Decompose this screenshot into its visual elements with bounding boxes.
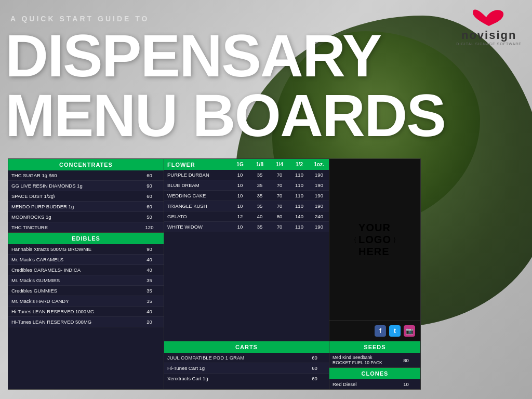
flower-header: FLOWER 1G 1/8 1/4 1/2 1oz. bbox=[164, 159, 329, 170]
table-row: Credibles GUMMIES 35 bbox=[8, 286, 164, 296]
social-bar: f t 📷 bbox=[329, 321, 420, 341]
table-row: BLUE DREAM 10 35 70 110 190 bbox=[164, 180, 329, 191]
header-area: A Quick Start Guide To DISPENSARY MENU B… bbox=[0, 0, 532, 156]
instagram-icon[interactable]: 📷 bbox=[404, 325, 415, 337]
right-top: FLOWER 1G 1/8 1/4 1/2 1oz. PURPLE DURBAN… bbox=[164, 159, 420, 341]
logo-line1: YOUR bbox=[358, 222, 391, 234]
table-row: PURPLE DURBAN 10 35 70 110 190 bbox=[164, 170, 329, 180]
table-row: MENDO PURP BUDDER 1g 60 bbox=[8, 202, 164, 212]
table-row: THC TINCTURE 120 bbox=[8, 222, 164, 232]
edibles-section: Edibles Hannabis Xtracts 500MG BROWNIE 9… bbox=[8, 233, 164, 327]
logo-line3: HERE bbox=[358, 246, 391, 258]
table-row: GG LIVE RESIN DIAMONDS 1g 90 bbox=[8, 181, 164, 191]
table-row: Hi-Tunes LEAN RESERVED 500MG 20 bbox=[8, 317, 164, 327]
logo-line2: LOGO bbox=[358, 234, 391, 246]
title-line1: DISPENSARY bbox=[5, 26, 445, 86]
clones-section: CLONES Red Diesel 10 bbox=[329, 368, 420, 389]
facebook-icon[interactable]: f bbox=[375, 325, 386, 337]
table-row: THC SUGAR 1g $60 60 bbox=[8, 170, 164, 181]
logo-name: novisign bbox=[461, 29, 516, 42]
right-bottom: CARTS JUUL COMPATIBLE POD 1 GRAM 60 Hi-T… bbox=[164, 341, 420, 389]
logo-area: novisign DIGITAL SIGNAGE SOFTWARE bbox=[456, 8, 522, 46]
table-row: Hi-Tunes Cart 1g 60 bbox=[164, 363, 329, 374]
table-row: GELATO 12 40 80 140 240 bbox=[164, 211, 329, 222]
table-row: Mr. Mack's CARAMELS 40 bbox=[8, 255, 164, 265]
logo-tagline: DIGITAL SIGNAGE SOFTWARE bbox=[456, 42, 522, 46]
right-logo-area: { YOUR LOGO HERE } f t 📷 bbox=[329, 159, 420, 341]
right-panel: FLOWER 1G 1/8 1/4 1/2 1oz. PURPLE DURBAN… bbox=[164, 159, 420, 389]
table-row: Hannabis Xtracts 500MG BROWNIE 90 bbox=[8, 244, 164, 255]
table-row: JUUL COMPATIBLE POD 1 GRAM 60 bbox=[164, 353, 329, 363]
left-brace-icon: { bbox=[354, 237, 356, 243]
table-row: Hi-Tunes LEAN RESERVED 1000MG 40 bbox=[8, 307, 164, 317]
title-line2: MENU BOARDS bbox=[5, 86, 445, 145]
table-row: Mr. Mack's GUMMIES 35 bbox=[8, 275, 164, 286]
carts-section: CARTS JUUL COMPATIBLE POD 1 GRAM 60 Hi-T… bbox=[164, 341, 329, 389]
flower-section: FLOWER 1G 1/8 1/4 1/2 1oz. PURPLE DURBAN… bbox=[164, 159, 329, 341]
logo-inner: { YOUR LOGO HERE } bbox=[354, 222, 396, 258]
table-row: Med Kind Seedbank ROCKET FUEL 10 PACK 80 bbox=[329, 353, 420, 367]
main-title: DISPENSARY MENU BOARDS bbox=[5, 26, 445, 145]
table-row: TRIANGLE KUSH 10 35 70 110 190 bbox=[164, 201, 329, 211]
bottom-split: CARTS JUUL COMPATIBLE POD 1 GRAM 60 Hi-T… bbox=[164, 341, 420, 389]
table-row: Credibles CARAMELS- INDICA 40 bbox=[8, 265, 164, 275]
table-row: MOONROCKS 1g 50 bbox=[8, 212, 164, 222]
seeds-clones-col: SEEDS Med Kind Seedbank ROCKET FUEL 10 P… bbox=[329, 341, 420, 389]
table-row: WEDDING CAKE 10 35 70 110 190 bbox=[164, 191, 329, 201]
table-row: Mr. Mack's HARD CANDY 35 bbox=[8, 296, 164, 307]
seeds-section: SEEDS Med Kind Seedbank ROCKET FUEL 10 P… bbox=[329, 341, 420, 368]
carts-header: CARTS bbox=[164, 341, 329, 353]
concentrates-section: CONCENTRATES THC SUGAR 1g $60 60 GG LIVE… bbox=[8, 159, 164, 233]
table-row: Red Diesel 10 bbox=[329, 379, 420, 389]
table-row: WHITE WIDOW 10 35 70 110 190 bbox=[164, 222, 329, 232]
twitter-icon[interactable]: t bbox=[389, 325, 401, 337]
clones-header: CLONES bbox=[329, 368, 420, 379]
seeds-header: SEEDS bbox=[329, 341, 420, 353]
table-row: Xenxtracts Cart 1g 60 bbox=[164, 374, 329, 383]
edibles-header: Edibles bbox=[8, 233, 164, 244]
subtitle: A Quick Start Guide To bbox=[10, 15, 149, 23]
logo-placeholder: { YOUR LOGO HERE } bbox=[329, 159, 420, 321]
novisign-bird-icon bbox=[468, 8, 510, 29]
concentrates-header: CONCENTRATES bbox=[8, 159, 164, 170]
table-row: SPACE DUST 1/2g\ 60 bbox=[8, 191, 164, 202]
left-panel: CONCENTRATES THC SUGAR 1g $60 60 GG LIVE… bbox=[8, 159, 164, 389]
menu-board: CONCENTRATES THC SUGAR 1g $60 60 GG LIVE… bbox=[8, 158, 421, 390]
logo-words: YOUR LOGO HERE bbox=[358, 222, 391, 258]
right-brace-icon: } bbox=[394, 237, 395, 243]
